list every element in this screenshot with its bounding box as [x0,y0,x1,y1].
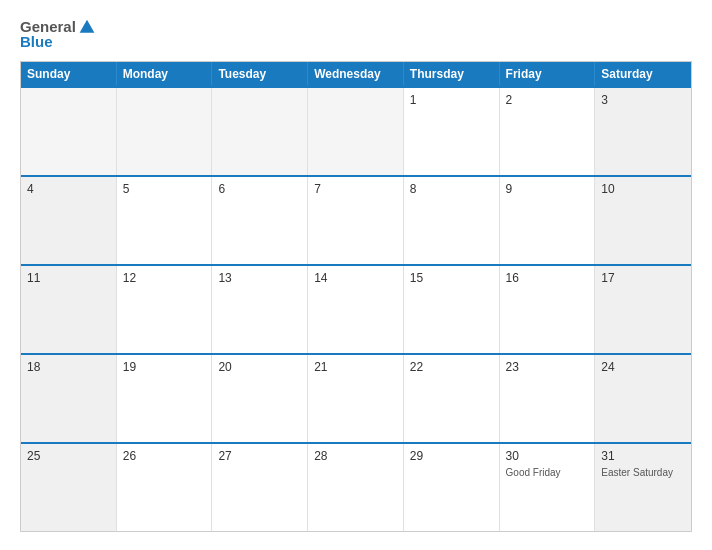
calendar-day-cell: 11 [21,266,117,353]
calendar-day-cell: 23 [500,355,596,442]
day-number: 21 [314,359,397,376]
day-number: 28 [314,448,397,465]
day-event: Good Friday [506,467,589,478]
day-number: 18 [27,359,110,376]
week-row-2: 45678910 [21,175,691,264]
day-number: 30 [506,448,589,465]
day-number: 26 [123,448,206,465]
calendar-day-cell: 15 [404,266,500,353]
day-number: 2 [506,92,589,109]
day-number: 24 [601,359,685,376]
calendar-day-cell: 20 [212,355,308,442]
day-number: 5 [123,181,206,198]
day-number: 8 [410,181,493,198]
day-number: 10 [601,181,685,198]
calendar-day-cell: 26 [117,444,213,531]
day-number: 29 [410,448,493,465]
day-number: 19 [123,359,206,376]
calendar-day-cell: 9 [500,177,596,264]
header-day-thursday: Thursday [404,62,500,86]
logo-blue: Blue [20,34,96,51]
day-number: 3 [601,92,685,109]
header-day-sunday: Sunday [21,62,117,86]
day-number: 12 [123,270,206,287]
header-day-tuesday: Tuesday [212,62,308,86]
calendar: SundayMondayTuesdayWednesdayThursdayFrid… [20,61,692,533]
calendar-day-cell: 3 [595,88,691,175]
day-number: 22 [410,359,493,376]
calendar-day-cell: 24 [595,355,691,442]
day-number: 15 [410,270,493,287]
calendar-day-cell: 17 [595,266,691,353]
calendar-day-cell [117,88,213,175]
calendar-day-cell: 12 [117,266,213,353]
week-row-3: 11121314151617 [21,264,691,353]
logo: General Blue [20,18,96,51]
calendar-day-cell: 4 [21,177,117,264]
day-number: 7 [314,181,397,198]
calendar-day-cell: 30Good Friday [500,444,596,531]
calendar-day-cell: 28 [308,444,404,531]
day-number: 23 [506,359,589,376]
day-number: 1 [410,92,493,109]
week-row-1: 123 [21,86,691,175]
calendar-day-cell: 6 [212,177,308,264]
week-row-4: 18192021222324 [21,353,691,442]
calendar-day-cell: 13 [212,266,308,353]
day-event: Easter Saturday [601,467,685,478]
day-number: 13 [218,270,301,287]
calendar-day-cell [308,88,404,175]
week-row-5: 252627282930Good Friday31Easter Saturday [21,442,691,531]
svg-marker-0 [80,20,95,33]
header-day-wednesday: Wednesday [308,62,404,86]
header-day-monday: Monday [117,62,213,86]
day-number: 11 [27,270,110,287]
calendar-day-cell [21,88,117,175]
day-number: 27 [218,448,301,465]
day-number: 6 [218,181,301,198]
calendar-day-cell: 10 [595,177,691,264]
calendar-day-cell: 2 [500,88,596,175]
day-number: 16 [506,270,589,287]
calendar-day-cell: 22 [404,355,500,442]
calendar-day-cell: 8 [404,177,500,264]
header-day-saturday: Saturday [595,62,691,86]
calendar-day-cell: 21 [308,355,404,442]
calendar-day-cell: 19 [117,355,213,442]
calendar-day-cell: 5 [117,177,213,264]
calendar-day-cell: 27 [212,444,308,531]
calendar-day-cell: 1 [404,88,500,175]
calendar-day-cell: 25 [21,444,117,531]
calendar-day-cell: 18 [21,355,117,442]
day-number: 31 [601,448,685,465]
calendar-day-cell: 29 [404,444,500,531]
calendar-day-cell: 14 [308,266,404,353]
calendar-day-cell: 31Easter Saturday [595,444,691,531]
calendar-day-cell: 16 [500,266,596,353]
day-number: 9 [506,181,589,198]
day-number: 14 [314,270,397,287]
header-day-friday: Friday [500,62,596,86]
day-number: 20 [218,359,301,376]
day-number: 4 [27,181,110,198]
calendar-body: 1234567891011121314151617181920212223242… [21,86,691,532]
calendar-day-cell [212,88,308,175]
calendar-day-cell: 7 [308,177,404,264]
page-header: General Blue [20,18,692,51]
day-number: 17 [601,270,685,287]
day-number: 25 [27,448,110,465]
calendar-header-row: SundayMondayTuesdayWednesdayThursdayFrid… [21,62,691,86]
